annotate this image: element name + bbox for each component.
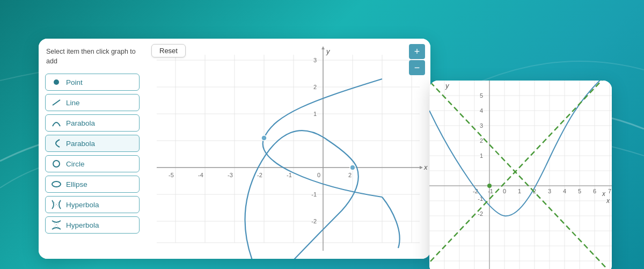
svg-text:-3: -3	[228, 172, 233, 178]
parabola-up-icon	[51, 118, 62, 128]
svg-text:-1: -1	[488, 188, 493, 194]
second-graph-svg: y x 5 4 3 2 1 -1 -2 -2 -1 0 1 2 3 4 5 6 …	[429, 81, 612, 269]
svg-text:1: 1	[480, 152, 483, 159]
sidebar-item-hyperbola-ud[interactable]: Hyperbola	[45, 216, 140, 234]
svg-text:1: 1	[313, 111, 317, 117]
svg-marker-24	[420, 166, 423, 169]
sidebar-item-parabola-up[interactable]: Parabola	[45, 114, 140, 132]
main-card: Select item then click graph to add Poin…	[39, 39, 430, 259]
zoom-in-button[interactable]: +	[409, 44, 425, 59]
sidebar-item-hyperbola-lr[interactable]: Hyperbola	[45, 196, 140, 213]
zoom-controls: + −	[409, 44, 425, 75]
hyperbola-lr-icon	[51, 199, 62, 210]
sidebar-item-line[interactable]: Line	[45, 94, 140, 111]
svg-text:0: 0	[503, 188, 506, 194]
svg-text:-5: -5	[169, 172, 174, 178]
svg-text:x: x	[602, 190, 606, 198]
svg-text:6: 6	[593, 188, 596, 194]
svg-text:4: 4	[480, 107, 483, 114]
svg-text:3: 3	[313, 57, 317, 63]
ellipse-icon	[51, 179, 62, 190]
reset-button[interactable]: Reset	[151, 44, 186, 57]
svg-text:y: y	[326, 47, 331, 55]
svg-text:2: 2	[480, 137, 483, 144]
sidebar-instruction: Select item then click graph to add	[45, 47, 140, 66]
svg-text:2: 2	[348, 172, 352, 178]
svg-text:-1: -1	[311, 191, 317, 198]
sidebar-item-parabola-left[interactable]: Parabola	[45, 135, 140, 152]
sidebar: Select item then click graph to add Poin…	[39, 39, 146, 259]
svg-text:x: x	[423, 163, 428, 171]
sidebar-item-point[interactable]: Point	[45, 74, 140, 91]
graph-toolbar: Reset	[151, 44, 186, 57]
graph-svg: x y -5 -4 -3 -2 -1 0 2 3 2 1 -1 -2	[146, 39, 430, 259]
svg-text:x: x	[606, 197, 610, 205]
svg-text:1: 1	[518, 188, 521, 194]
svg-text:5: 5	[578, 188, 581, 194]
svg-point-41	[350, 165, 355, 170]
svg-rect-42	[429, 81, 612, 269]
svg-line-0	[53, 100, 60, 105]
svg-text:4: 4	[563, 188, 566, 194]
svg-marker-25	[321, 46, 325, 49]
svg-text:-2: -2	[311, 218, 317, 224]
parabola-left-icon	[51, 138, 62, 149]
svg-text:-1: -1	[478, 195, 483, 202]
svg-text:5: 5	[480, 92, 483, 99]
svg-text:3: 3	[480, 122, 483, 129]
circle-icon	[51, 158, 62, 169]
svg-text:7: 7	[608, 188, 611, 194]
zoom-out-button[interactable]: −	[409, 60, 425, 75]
svg-text:3: 3	[548, 188, 551, 194]
svg-point-40	[261, 135, 267, 141]
second-card: y x 5 4 3 2 1 -1 -2 -2 -1 0 1 2 3 4 5 6 …	[429, 81, 612, 269]
sidebar-item-ellipse[interactable]: Ellipse	[45, 176, 140, 193]
svg-point-92	[487, 184, 492, 188]
svg-text:2: 2	[313, 84, 317, 90]
line-icon	[51, 97, 62, 108]
hyperbola-ud-icon	[51, 220, 62, 230]
sidebar-item-circle[interactable]: Circle	[45, 155, 140, 172]
graph-area[interactable]: Reset + −	[146, 39, 430, 259]
svg-text:0: 0	[317, 172, 320, 178]
svg-text:-4: -4	[198, 172, 203, 178]
svg-text:-2: -2	[257, 172, 262, 178]
svg-text:-1: -1	[287, 172, 292, 178]
point-icon	[51, 77, 62, 88]
